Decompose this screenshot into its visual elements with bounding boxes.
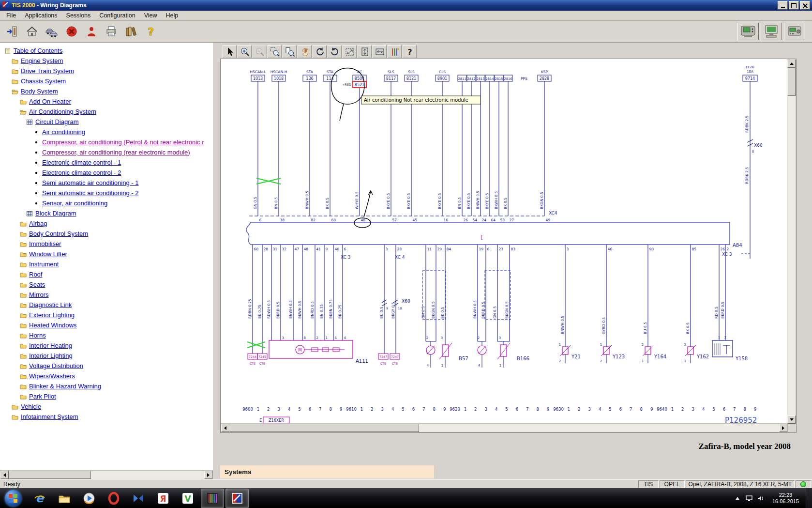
toc-item[interactable]: Wipers/Washers <box>0 371 213 381</box>
toc-item[interactable]: Chassis System <box>0 76 213 86</box>
diagram-viewport[interactable]: GN 0.56BN 0.538BNWH 0.582BK 0.560WHYE 0.… <box>220 59 797 433</box>
tray-display-button[interactable] <box>744 493 754 503</box>
tray-arrow-button[interactable] <box>733 493 742 503</box>
toc-item[interactable]: Electronic climate control - 2 <box>0 168 213 178</box>
toc-item[interactable]: Infotainment System <box>0 412 213 422</box>
wiring-diagrams-app-taskbar-button[interactable] <box>201 489 224 508</box>
library-button[interactable] <box>122 23 140 40</box>
toc-item[interactable]: Block Diagram <box>0 208 213 218</box>
toc-item[interactable]: Engine System <box>0 56 213 66</box>
zoom-in-button[interactable] <box>238 45 252 58</box>
media-player-taskbar-button[interactable] <box>77 489 101 508</box>
wiring-diagram-canvas[interactable]: GN 0.56BN 0.538BNWH 0.582BK 0.560WHYE 0.… <box>221 59 788 425</box>
pane-splitter[interactable] <box>213 43 218 479</box>
zoom-page-button[interactable] <box>283 45 297 58</box>
exit-button[interactable] <box>3 23 21 40</box>
print-button[interactable] <box>102 23 120 40</box>
toc-item[interactable]: Body Control System <box>0 229 213 239</box>
toc-item[interactable]: Semi automatic air conditioning - 2 <box>0 188 213 198</box>
tree-hscroll-thumb[interactable] <box>9 471 91 479</box>
menu-applications[interactable]: Applications <box>20 11 61 20</box>
toc-item[interactable]: Horns <box>0 330 213 340</box>
tree-hscrollbar[interactable] <box>0 470 213 479</box>
close-session-button[interactable] <box>62 23 81 40</box>
toc-item[interactable]: Interior Heating <box>0 340 213 351</box>
toc-item[interactable]: Drive Train System <box>0 66 213 76</box>
toc-item[interactable]: Voltage Distribution <box>0 361 213 371</box>
menu-sessions[interactable]: Sessions <box>62 11 95 20</box>
vehicle-select-button[interactable] <box>43 23 61 40</box>
rotate-right-button[interactable] <box>328 45 342 58</box>
pan-hand-button[interactable] <box>298 45 312 58</box>
tis2000-app-taskbar-button[interactable] <box>226 489 249 508</box>
toc-item[interactable]: Add On Heater <box>0 96 213 107</box>
toc-item[interactable]: Mirrors <box>0 290 213 300</box>
toc-item[interactable]: Heated Windows <box>0 320 213 330</box>
toc-item[interactable]: Blinker & Hazard Warning <box>0 381 213 391</box>
bowtie-app-taskbar-button[interactable] <box>127 489 150 508</box>
svg-text:BN 0.5: BN 0.5 <box>457 197 462 209</box>
toc-item[interactable]: Compressor, air conditioning (Petrol & n… <box>0 137 213 147</box>
canvas-scroll-down-button[interactable] <box>787 416 796 424</box>
menu-help[interactable]: Help <box>162 11 183 20</box>
yandex-taskbar-button[interactable]: Я <box>151 489 175 508</box>
canvas-hscroll-thumb[interactable] <box>229 424 419 432</box>
start-button[interactable] <box>5 490 21 507</box>
explorer-taskbar-button[interactable] <box>53 489 76 508</box>
toc-item[interactable]: Exterior Lighting <box>0 310 213 320</box>
opera-taskbar-button[interactable] <box>102 489 125 508</box>
toc-item[interactable]: Circuit Diagram <box>0 117 213 127</box>
canvas-scroll-left-button[interactable] <box>221 424 229 432</box>
toc-item[interactable]: Roof <box>0 269 213 279</box>
canvas-scroll-right-button[interactable] <box>779 424 787 432</box>
fit-window-button[interactable] <box>343 45 357 58</box>
toc-item[interactable]: Air conditioning <box>0 127 213 137</box>
toc-item[interactable]: Vehicle <box>0 401 213 412</box>
minimize-button[interactable] <box>778 1 788 10</box>
toc-item[interactable]: Diagnostic Link <box>0 300 213 310</box>
canvas-hscrollbar[interactable] <box>221 423 788 432</box>
toc-item[interactable]: Seats <box>0 279 213 290</box>
maximize-button[interactable] <box>789 1 799 10</box>
monitor-button[interactable] <box>761 23 782 40</box>
canvas-vscrollbar[interactable] <box>787 59 796 424</box>
toc-item[interactable]: Instrument <box>0 259 213 269</box>
toc-item[interactable]: Compressor, air conditioning (rear elect… <box>0 147 213 157</box>
toc-item[interactable]: Immobiliser <box>0 239 213 249</box>
toc-item[interactable]: Window Lifter <box>0 249 213 259</box>
toc-item[interactable]: Sensor, air conditioning <box>0 198 213 208</box>
fit-height-button[interactable] <box>358 45 372 58</box>
toc-item[interactable]: Airbag <box>0 218 213 229</box>
canvas-vscroll-thumb[interactable] <box>787 68 796 96</box>
home-button[interactable] <box>23 23 41 40</box>
fit-width-button[interactable] <box>373 45 387 58</box>
tree-scroll-right-button[interactable] <box>204 471 212 479</box>
toc-item[interactable]: Air Conditioning System <box>0 107 213 117</box>
toc-item[interactable]: Table of Contents <box>0 46 213 56</box>
tray-volume-button[interactable] <box>756 493 766 503</box>
toc-item[interactable]: Semi automatic air conditioning - 1 <box>0 178 213 188</box>
menu-file[interactable]: File <box>2 11 20 20</box>
ie-taskbar-button[interactable]: e <box>28 489 51 508</box>
menu-view[interactable]: View <box>140 11 162 20</box>
v-app-taskbar-button[interactable]: V <box>176 489 199 508</box>
tech2-button[interactable] <box>737 23 759 40</box>
close-button[interactable] <box>800 1 810 10</box>
customer-button[interactable] <box>82 23 101 40</box>
measurement-button[interactable] <box>784 23 805 40</box>
toc-item[interactable]: Park Pilot <box>0 391 213 401</box>
diagram-help-button[interactable]: ? <box>403 45 417 58</box>
tree-scroll-left-button[interactable] <box>0 471 9 479</box>
help-button[interactable]: ? <box>142 23 160 40</box>
rotate-left-button[interactable] <box>313 45 327 58</box>
zoom-window-button[interactable] <box>268 45 282 58</box>
show-desktop-button[interactable] <box>806 488 812 508</box>
canvas-scroll-up-button[interactable] <box>787 60 796 68</box>
highlight-wires-button[interactable] <box>388 45 402 58</box>
select-arrow-button[interactable] <box>223 45 237 58</box>
toc-item[interactable]: Body System <box>0 86 213 96</box>
toc-item[interactable]: Interior Lighting <box>0 351 213 361</box>
taskbar-clock[interactable]: 22:23 16.06.2015 <box>772 492 799 505</box>
menu-configuration[interactable]: Configuration <box>95 11 139 20</box>
toc-item[interactable]: Electronic climate control - 1 <box>0 157 213 168</box>
